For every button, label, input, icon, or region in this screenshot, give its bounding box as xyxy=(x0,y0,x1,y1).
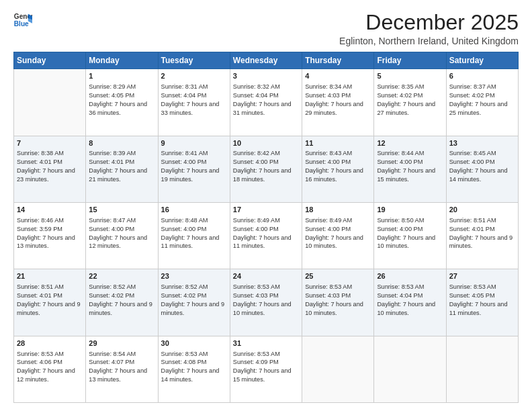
logo-icon: General Blue xyxy=(13,11,32,30)
day-detail: Sunrise: 8:53 AMSunset: 4:03 PMDaylight:… xyxy=(233,283,299,318)
day-number: 8 xyxy=(89,138,154,149)
day-detail: Sunrise: 8:52 AMSunset: 4:02 PMDaylight:… xyxy=(89,283,154,318)
calendar-cell xyxy=(14,69,86,136)
calendar-cell: 1Sunrise: 8:29 AMSunset: 4:05 PMDaylight… xyxy=(86,69,158,136)
calendar-week-row: 21Sunrise: 8:51 AMSunset: 4:01 PMDayligh… xyxy=(14,269,519,336)
calendar-cell: 10Sunrise: 8:42 AMSunset: 4:00 PMDayligh… xyxy=(230,136,302,202)
day-number: 28 xyxy=(17,338,83,349)
weekday-header-friday: Friday xyxy=(374,52,446,69)
day-number: 23 xyxy=(161,271,227,282)
day-detail: Sunrise: 8:49 AMSunset: 4:00 PMDaylight:… xyxy=(233,216,299,251)
subtitle: Eglinton, Northern Ireland, United Kingd… xyxy=(339,36,519,46)
day-number: 17 xyxy=(233,205,299,216)
day-detail: Sunrise: 8:41 AMSunset: 4:00 PMDaylight:… xyxy=(161,149,227,184)
day-detail: Sunrise: 8:39 AMSunset: 4:01 PMDaylight:… xyxy=(89,149,154,184)
day-number: 26 xyxy=(377,271,443,282)
calendar-cell: 16Sunrise: 8:48 AMSunset: 4:00 PMDayligh… xyxy=(158,202,230,269)
day-number: 9 xyxy=(161,138,227,149)
day-detail: Sunrise: 8:49 AMSunset: 4:00 PMDaylight:… xyxy=(305,216,371,251)
day-detail: Sunrise: 8:38 AMSunset: 4:01 PMDaylight:… xyxy=(17,149,83,184)
day-detail: Sunrise: 8:50 AMSunset: 4:00 PMDaylight:… xyxy=(377,216,443,251)
calendar-week-row: 28Sunrise: 8:53 AMSunset: 4:06 PMDayligh… xyxy=(14,336,519,402)
calendar-cell: 13Sunrise: 8:45 AMSunset: 4:00 PMDayligh… xyxy=(446,136,518,202)
day-number: 3 xyxy=(233,71,299,82)
calendar-cell: 24Sunrise: 8:53 AMSunset: 4:03 PMDayligh… xyxy=(230,269,302,336)
calendar-week-row: 14Sunrise: 8:46 AMSunset: 3:59 PMDayligh… xyxy=(14,202,519,269)
day-number: 22 xyxy=(89,271,154,282)
day-detail: Sunrise: 8:54 AMSunset: 4:07 PMDaylight:… xyxy=(89,350,154,385)
day-detail: Sunrise: 8:34 AMSunset: 4:03 PMDaylight:… xyxy=(305,83,371,118)
day-number: 21 xyxy=(17,271,83,282)
calendar-cell: 25Sunrise: 8:53 AMSunset: 4:03 PMDayligh… xyxy=(302,269,374,336)
day-number: 29 xyxy=(89,338,154,349)
weekday-header-sunday: Sunday xyxy=(14,52,86,69)
calendar-cell: 6Sunrise: 8:37 AMSunset: 4:02 PMDaylight… xyxy=(446,69,518,136)
day-number: 20 xyxy=(449,205,515,216)
calendar-cell: 8Sunrise: 8:39 AMSunset: 4:01 PMDaylight… xyxy=(86,136,158,202)
day-number: 12 xyxy=(377,138,443,149)
calendar-cell: 9Sunrise: 8:41 AMSunset: 4:00 PMDaylight… xyxy=(158,136,230,202)
calendar-cell: 2Sunrise: 8:31 AMSunset: 4:04 PMDaylight… xyxy=(158,69,230,136)
day-detail: Sunrise: 8:44 AMSunset: 4:00 PMDaylight:… xyxy=(377,149,443,184)
calendar-cell: 20Sunrise: 8:51 AMSunset: 4:01 PMDayligh… xyxy=(446,202,518,269)
day-number: 27 xyxy=(449,271,515,282)
day-number: 16 xyxy=(161,205,227,216)
day-number: 13 xyxy=(449,138,515,149)
calendar-table: SundayMondayTuesdayWednesdayThursdayFrid… xyxy=(13,52,519,403)
calendar-cell: 4Sunrise: 8:34 AMSunset: 4:03 PMDaylight… xyxy=(302,69,374,136)
calendar-cell: 3Sunrise: 8:32 AMSunset: 4:04 PMDaylight… xyxy=(230,69,302,136)
logo: General Blue xyxy=(13,11,32,30)
day-number: 15 xyxy=(89,205,154,216)
calendar-cell xyxy=(374,336,446,402)
calendar-header-row: SundayMondayTuesdayWednesdayThursdayFrid… xyxy=(14,52,519,69)
day-number: 11 xyxy=(305,138,371,149)
calendar-cell: 11Sunrise: 8:43 AMSunset: 4:00 PMDayligh… xyxy=(302,136,374,202)
weekday-header-wednesday: Wednesday xyxy=(230,52,302,69)
calendar-cell: 18Sunrise: 8:49 AMSunset: 4:00 PMDayligh… xyxy=(302,202,374,269)
weekday-header-tuesday: Tuesday xyxy=(158,52,230,69)
day-detail: Sunrise: 8:42 AMSunset: 4:00 PMDaylight:… xyxy=(233,149,299,184)
day-detail: Sunrise: 8:32 AMSunset: 4:04 PMDaylight:… xyxy=(233,83,299,118)
day-number: 10 xyxy=(233,138,299,149)
calendar-cell: 23Sunrise: 8:52 AMSunset: 4:02 PMDayligh… xyxy=(158,269,230,336)
calendar-week-row: 1Sunrise: 8:29 AMSunset: 4:05 PMDaylight… xyxy=(14,69,519,136)
calendar-cell: 29Sunrise: 8:54 AMSunset: 4:07 PMDayligh… xyxy=(86,336,158,402)
calendar-cell: 27Sunrise: 8:53 AMSunset: 4:05 PMDayligh… xyxy=(446,269,518,336)
day-detail: Sunrise: 8:29 AMSunset: 4:05 PMDaylight:… xyxy=(89,83,154,118)
page: General Blue December 2025 Eglinton, Nor… xyxy=(0,0,532,411)
day-detail: Sunrise: 8:46 AMSunset: 3:59 PMDaylight:… xyxy=(17,216,83,251)
day-number: 1 xyxy=(89,71,154,82)
calendar-cell: 30Sunrise: 8:53 AMSunset: 4:08 PMDayligh… xyxy=(158,336,230,402)
day-detail: Sunrise: 8:43 AMSunset: 4:00 PMDaylight:… xyxy=(305,149,371,184)
day-number: 2 xyxy=(161,71,227,82)
calendar-cell: 7Sunrise: 8:38 AMSunset: 4:01 PMDaylight… xyxy=(14,136,86,202)
day-detail: Sunrise: 8:47 AMSunset: 4:00 PMDaylight:… xyxy=(89,216,154,251)
day-number: 5 xyxy=(377,71,443,82)
calendar-cell xyxy=(446,336,518,402)
calendar-cell: 21Sunrise: 8:51 AMSunset: 4:01 PMDayligh… xyxy=(14,269,86,336)
weekday-header-thursday: Thursday xyxy=(302,52,374,69)
day-number: 25 xyxy=(305,271,371,282)
day-detail: Sunrise: 8:37 AMSunset: 4:02 PMDaylight:… xyxy=(449,83,515,118)
day-number: 18 xyxy=(305,205,371,216)
calendar-cell: 31Sunrise: 8:53 AMSunset: 4:09 PMDayligh… xyxy=(230,336,302,402)
day-number: 4 xyxy=(305,71,371,82)
weekday-header-monday: Monday xyxy=(86,52,158,69)
day-detail: Sunrise: 8:31 AMSunset: 4:04 PMDaylight:… xyxy=(161,83,227,118)
calendar-week-row: 7Sunrise: 8:38 AMSunset: 4:01 PMDaylight… xyxy=(14,136,519,202)
day-number: 30 xyxy=(161,338,227,349)
header: General Blue December 2025 Eglinton, Nor… xyxy=(13,11,519,46)
day-number: 7 xyxy=(17,138,83,149)
day-number: 6 xyxy=(449,71,515,82)
calendar-cell: 14Sunrise: 8:46 AMSunset: 3:59 PMDayligh… xyxy=(14,202,86,269)
day-detail: Sunrise: 8:53 AMSunset: 4:06 PMDaylight:… xyxy=(17,350,83,385)
calendar-cell: 17Sunrise: 8:49 AMSunset: 4:00 PMDayligh… xyxy=(230,202,302,269)
day-number: 14 xyxy=(17,205,83,216)
day-number: 24 xyxy=(233,271,299,282)
header-right: December 2025 Eglinton, Northern Ireland… xyxy=(339,11,519,46)
day-detail: Sunrise: 8:53 AMSunset: 4:09 PMDaylight:… xyxy=(233,350,299,385)
day-number: 31 xyxy=(233,338,299,349)
day-detail: Sunrise: 8:53 AMSunset: 4:03 PMDaylight:… xyxy=(305,283,371,318)
calendar-cell: 28Sunrise: 8:53 AMSunset: 4:06 PMDayligh… xyxy=(14,336,86,402)
weekday-header-saturday: Saturday xyxy=(446,52,518,69)
